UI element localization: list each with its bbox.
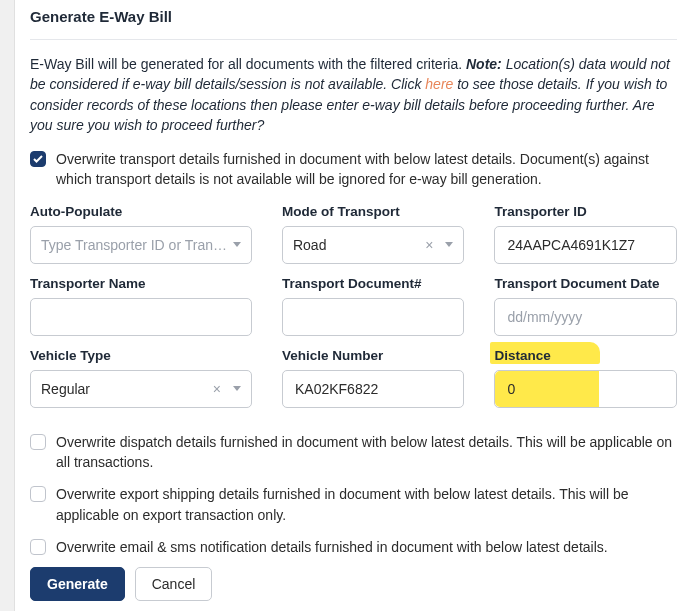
overwrite-transport-checkbox[interactable] [30, 151, 46, 167]
overwrite-export-row: Overwrite export shipping details furnis… [30, 482, 677, 535]
modal-footer: Generate Cancel [30, 567, 212, 601]
transporter-name-input[interactable] [41, 299, 241, 335]
intro-text: E-Way Bill will be generated for all doc… [30, 40, 677, 145]
generate-button[interactable]: Generate [30, 567, 125, 601]
transporter-name-label: Transporter Name [30, 276, 252, 291]
overwrite-transport-row: Overwrite transport details furnished in… [30, 145, 677, 204]
overwrite-dispatch-label: Overwrite dispatch details furnished in … [56, 432, 677, 473]
extra-checks: Overwrite dispatch details furnished in … [30, 430, 677, 567]
overwrite-export-label: Overwrite export shipping details furnis… [56, 484, 677, 525]
vehicle-type-value: Regular [41, 381, 213, 397]
distance-label: Distance [494, 348, 677, 363]
generate-eway-modal: Generate E-Way Bill E-Way Bill will be g… [15, 0, 692, 611]
doc-num-label: Transport Document# [282, 276, 465, 291]
mode-select[interactable]: Road × [282, 226, 465, 264]
fields-grid: Auto-Populate Type Transporter ID or Tra… [30, 204, 677, 408]
transporter-name-field: Transporter Name [30, 276, 252, 336]
clear-icon[interactable]: × [213, 382, 221, 396]
auto-populate-placeholder: Type Transporter ID or Tran… [41, 237, 227, 253]
doc-date-input[interactable] [505, 299, 666, 335]
doc-date-input-wrap [494, 298, 677, 336]
doc-date-field: Transport Document Date [494, 276, 677, 336]
modal-title: Generate E-Way Bill [30, 0, 677, 40]
chevron-down-icon [233, 386, 241, 391]
doc-date-label: Transport Document Date [494, 276, 677, 291]
clear-icon[interactable]: × [425, 238, 433, 252]
transporter-id-field: Transporter ID [494, 204, 677, 264]
details-link[interactable]: here [425, 76, 453, 92]
vehicle-number-label: Vehicle Number [282, 348, 465, 363]
vehicle-type-field: Vehicle Type Regular × [30, 348, 252, 408]
chevron-down-icon [233, 242, 241, 247]
auto-populate-label: Auto-Populate [30, 204, 252, 219]
doc-num-field: Transport Document# [282, 276, 465, 336]
overwrite-transport-label: Overwrite transport details furnished in… [56, 149, 677, 190]
transporter-name-input-wrap [30, 298, 252, 336]
vehicle-type-select[interactable]: Regular × [30, 370, 252, 408]
vehicle-type-label: Vehicle Type [30, 348, 252, 363]
vehicle-number-input-wrap [282, 370, 465, 408]
vehicle-number-input[interactable] [293, 371, 454, 407]
background-strip [0, 0, 15, 611]
overwrite-email-label: Overwrite email & sms notification detai… [56, 537, 677, 557]
overwrite-dispatch-row: Overwrite dispatch details furnished in … [30, 430, 677, 483]
chevron-down-icon [445, 242, 453, 247]
distance-input-wrap [494, 370, 677, 408]
overwrite-email-row: Overwrite email & sms notification detai… [30, 535, 677, 567]
transporter-id-input[interactable] [505, 227, 666, 263]
transporter-id-label: Transporter ID [494, 204, 677, 219]
intro-plain: E-Way Bill will be generated for all doc… [30, 56, 462, 72]
note-label: Note: [466, 56, 502, 72]
overwrite-export-checkbox[interactable] [30, 486, 46, 502]
mode-value: Road [293, 237, 425, 253]
mode-field: Mode of Transport Road × [282, 204, 465, 264]
auto-populate-select[interactable]: Type Transporter ID or Tran… [30, 226, 252, 264]
doc-num-input[interactable] [293, 299, 454, 335]
distance-field: Distance [494, 348, 677, 408]
doc-num-input-wrap [282, 298, 465, 336]
overwrite-dispatch-checkbox[interactable] [30, 434, 46, 450]
cancel-button[interactable]: Cancel [135, 567, 213, 601]
auto-populate-field: Auto-Populate Type Transporter ID or Tra… [30, 204, 252, 264]
transporter-id-input-wrap [494, 226, 677, 264]
overwrite-email-checkbox[interactable] [30, 539, 46, 555]
mode-label: Mode of Transport [282, 204, 465, 219]
distance-input[interactable] [505, 371, 666, 407]
vehicle-number-field: Vehicle Number [282, 348, 465, 408]
